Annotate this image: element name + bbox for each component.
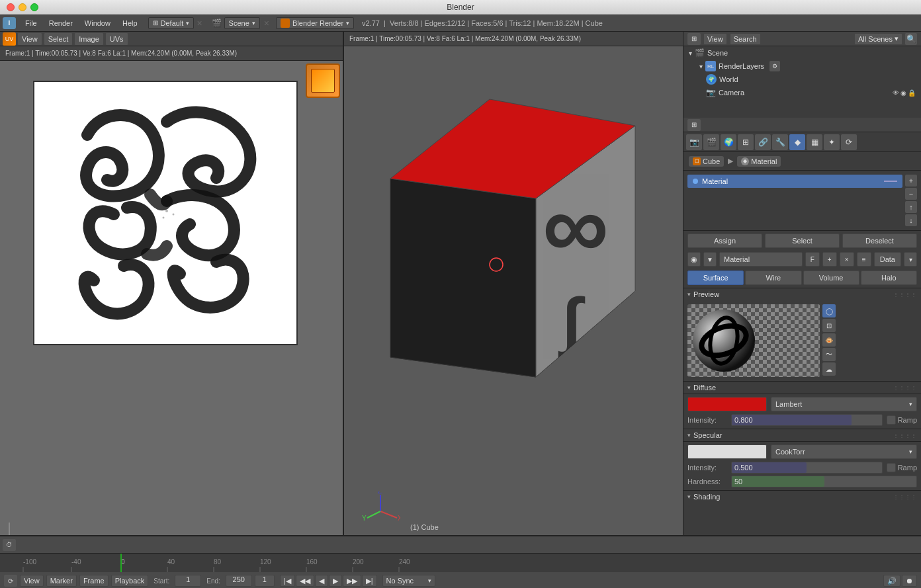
data-button[interactable]: Data xyxy=(874,252,901,267)
minimize-button[interactable] xyxy=(19,3,26,11)
tl-skip-fwd[interactable]: ▶| xyxy=(362,575,377,587)
preview-monkey-btn[interactable]: 🐵 xyxy=(822,333,836,347)
specular-ramp-btn[interactable]: Ramp xyxy=(887,463,917,472)
tab-halo[interactable]: Halo xyxy=(861,271,917,285)
outliner-search-btn[interactable]: Search xyxy=(730,33,761,45)
preview-sky-btn[interactable]: ☁ xyxy=(822,362,836,376)
uv-image-btn[interactable]: Image xyxy=(74,32,104,46)
material-up-btn[interactable]: ↑ xyxy=(905,201,917,213)
uv-uvs-btn[interactable]: UVs xyxy=(105,32,128,46)
layout-close[interactable]: × xyxy=(195,18,203,28)
prop-render-icon[interactable]: 📷 xyxy=(686,134,702,150)
prop-modifiers-icon[interactable]: 🔧 xyxy=(772,134,788,150)
prop-physics-icon[interactable]: ⟳ xyxy=(841,134,857,150)
scene-close[interactable]: × xyxy=(263,18,271,28)
camera-eye-icon[interactable]: 👁 xyxy=(893,89,899,97)
outliner-item-camera[interactable]: ▾ 📷 Camera 👁 ◉ 🔒 xyxy=(683,86,921,99)
specular-shader-dropdown[interactable]: CookTorr ▾ xyxy=(771,444,917,459)
tl-frame-btn[interactable]: Frame xyxy=(79,575,109,587)
deselect-button[interactable]: Deselect xyxy=(842,233,917,248)
preview-section-header[interactable]: ▾ Preview ⋮⋮⋮⋮ xyxy=(683,288,921,300)
preview-cube-btn[interactable]: ⊡ xyxy=(822,319,836,332)
uv-view-btn[interactable]: View xyxy=(17,32,42,46)
mat-x-btn[interactable]: × xyxy=(840,252,854,267)
hardness-slider[interactable]: 50 xyxy=(731,476,917,487)
scene-dropdown[interactable]: Scene ▾ xyxy=(224,17,260,29)
tl-jump-back[interactable]: ◀◀ xyxy=(296,575,314,587)
menu-help[interactable]: Help xyxy=(117,18,143,28)
prop-world-icon[interactable]: 🌍 xyxy=(721,134,736,150)
menu-window[interactable]: Window xyxy=(79,18,116,28)
layout-dropdown[interactable]: ⊞ Default ▾ xyxy=(148,17,195,29)
rl-settings-icon[interactable]: ⚙ xyxy=(769,61,780,71)
diffuse-color-swatch[interactable] xyxy=(687,397,767,411)
breadcrumb-object[interactable]: ⊡ Cube xyxy=(689,156,724,167)
breadcrumb-material[interactable]: ◆ Material xyxy=(737,156,781,167)
viewport-content[interactable]: ∞ ∫ xyxy=(344,46,683,571)
tl-play-fwd[interactable]: ▶ xyxy=(329,575,342,587)
mat-type-icon[interactable]: ▼ xyxy=(703,252,717,267)
specular-ramp-checkbox[interactable] xyxy=(887,463,896,472)
prop-constraints-icon[interactable]: 🔗 xyxy=(755,134,771,150)
tl-step-back[interactable]: ◀ xyxy=(315,575,328,587)
mat-sphere-icon[interactable]: ◉ xyxy=(687,252,701,267)
timeline-icon[interactable]: ⏱ xyxy=(3,539,16,551)
prop-particles-icon[interactable]: ✦ xyxy=(824,134,840,150)
specular-color-swatch[interactable] xyxy=(687,444,767,459)
tl-jump-fwd[interactable]: ▶▶ xyxy=(343,575,361,587)
info-button[interactable]: i xyxy=(3,17,16,29)
tl-playback-btn[interactable]: Playback xyxy=(111,575,149,587)
camera-render-icon[interactable]: ◉ xyxy=(900,89,906,97)
outliner-view-btn[interactable]: View xyxy=(703,33,727,45)
material-remove-btn[interactable]: − xyxy=(905,188,917,200)
tab-surface[interactable]: Surface xyxy=(687,271,744,285)
prop-material-icon[interactable]: ◆ xyxy=(789,134,805,150)
tl-audio-btn[interactable]: 🔊 xyxy=(883,575,900,587)
tl-skip-back[interactable]: |◀ xyxy=(280,575,295,587)
mat-plus-btn[interactable]: + xyxy=(822,252,837,267)
prop-scene-icon[interactable]: 🎬 xyxy=(703,134,719,150)
diffuse-ramp-btn[interactable]: Ramp xyxy=(887,415,917,425)
material-slot[interactable]: Material xyxy=(687,175,902,188)
select-button[interactable]: Select xyxy=(765,233,840,248)
data-dropdown[interactable]: ▾ xyxy=(904,252,917,267)
outliner-scenes-dropdown[interactable]: All Scenes ▾ xyxy=(854,33,902,45)
tl-marker-btn[interactable]: Marker xyxy=(46,575,77,587)
tl-frame-input[interactable]: 1 xyxy=(255,575,275,587)
diffuse-intensity-slider[interactable]: 0.800 xyxy=(731,414,883,426)
render-engine-dropdown[interactable]: Blender Render ▾ xyxy=(276,17,354,29)
camera-lock-icon[interactable]: 🔒 xyxy=(908,89,916,97)
sync-dropdown[interactable]: No Sync ▾ xyxy=(382,575,435,587)
outliner-search-icon[interactable]: 🔍 xyxy=(905,33,917,45)
preview-sphere-btn[interactable]: ◯ xyxy=(822,304,836,317)
material-add-btn[interactable]: + xyxy=(905,175,917,187)
outliner-icon[interactable]: ⊞ xyxy=(687,33,701,45)
prop-texture-icon[interactable]: ▦ xyxy=(807,134,822,150)
diffuse-shader-dropdown[interactable]: Lambert ▾ xyxy=(771,397,917,411)
diffuse-ramp-checkbox[interactable] xyxy=(887,415,896,425)
close-button[interactable] xyxy=(7,3,15,11)
tab-volume[interactable]: Volume xyxy=(803,271,859,285)
menu-file[interactable]: File xyxy=(20,18,42,28)
mat-browse-btn[interactable]: ≡ xyxy=(857,252,871,267)
mat-f-btn[interactable]: F xyxy=(805,252,820,267)
tl-view-btn[interactable]: View xyxy=(20,575,44,587)
outliner-item-world[interactable]: ▾ 🌍 World xyxy=(683,73,921,86)
assign-button[interactable]: Assign xyxy=(687,233,762,248)
tab-wire[interactable]: Wire xyxy=(745,271,801,285)
shading-section-header[interactable]: ▾ Shading ⋮⋮⋮⋮ xyxy=(683,490,921,503)
tl-end-input[interactable]: 250 xyxy=(226,575,252,587)
material-name-dropdown[interactable]: Material xyxy=(719,252,803,267)
diffuse-section-header[interactable]: ▾ Diffuse ⋮⋮⋮⋮ xyxy=(683,381,921,394)
preview-hair-btn[interactable]: 〜 xyxy=(822,348,836,361)
specular-intensity-slider[interactable]: 0.500 xyxy=(731,462,883,474)
specular-section-header[interactable]: ▾ Specular ⋮⋮⋮⋮ xyxy=(683,429,921,441)
uv-select-btn[interactable]: Select xyxy=(44,32,73,46)
outliner-item-renderlayers[interactable]: ▾ RL RenderLayers ⚙ xyxy=(683,60,921,73)
tl-start-input[interactable]: 1 xyxy=(175,575,201,587)
prop-object-icon[interactable]: ⊞ xyxy=(738,134,754,150)
uv-canvas-area[interactable] xyxy=(0,61,343,571)
outliner-item-scene[interactable]: ▾ 🎬 Scene xyxy=(683,46,921,60)
properties-icon[interactable]: ⊞ xyxy=(687,119,701,131)
menu-render[interactable]: Render xyxy=(44,18,78,28)
